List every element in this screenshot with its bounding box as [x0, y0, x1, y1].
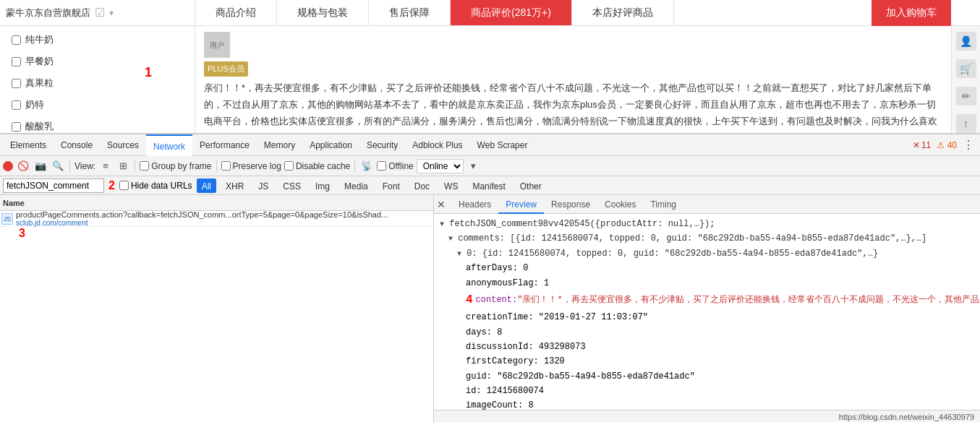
sidebar-item-pure-milk[interactable]: 纯牛奶	[0, 29, 195, 51]
warn-badge: ⚠ 40	[934, 140, 960, 150]
right-icon-2[interactable]: 🛒	[956, 59, 976, 78]
disable-cache-checkbox[interactable]	[284, 161, 294, 171]
devtools-tab-memory[interactable]: Memory	[257, 134, 302, 156]
filter-input[interactable]	[3, 178, 104, 193]
json-content-key: content:	[476, 293, 518, 307]
filter-tab-other[interactable]: Other	[515, 178, 547, 193]
status-bar: https://blog.csdn.net/weixin_44630979	[434, 410, 980, 422]
devtools-tab-application[interactable]: Application	[302, 134, 359, 156]
devtools-tab-network[interactable]: Network	[146, 134, 192, 156]
verified-icon: ☑	[95, 6, 105, 20]
devtools-tab-adblock[interactable]: Adblock Plus	[405, 134, 469, 156]
devtools-tab-webscraper[interactable]: Web Scraper	[470, 134, 535, 156]
right-icon-4[interactable]: ↑	[956, 114, 976, 133]
json-viewer: ▼ fetchJSON_comment98vv420545({productAt…	[434, 214, 980, 410]
preserve-log-checkbox[interactable]	[221, 161, 231, 171]
devtools-tab-performance[interactable]: Performance	[192, 134, 257, 156]
tab-aftersale[interactable]: 售后保障	[369, 0, 451, 25]
devtools-tab-elements[interactable]: Elements	[3, 134, 54, 156]
checkbox-suannai[interactable]	[12, 122, 21, 132]
network-list-panel: Name JS productPageComments.action?callb…	[0, 195, 434, 422]
sidebar-item-fruit-grain[interactable]: 真果粒	[0, 72, 195, 94]
json-content-value: "亲们！！*，再去买便宜很多，有不少津贴，买了之后评价还能换钱，经常省个百八十不…	[517, 293, 979, 307]
online-select[interactable]: Online	[417, 159, 464, 173]
close-detail-button[interactable]: ✕	[437, 199, 446, 210]
detail-tab-headers[interactable]: Headers	[451, 195, 498, 214]
row-filename: productPageComments.action?callback=fetc…	[16, 210, 388, 219]
checkbox-fruit-grain[interactable]	[12, 79, 21, 88]
settings-button[interactable]: ▾	[466, 159, 481, 173]
json-image-count: imageCount: 8	[440, 398, 974, 410]
record-button[interactable]	[3, 161, 13, 171]
devtools-tab-console[interactable]: Console	[54, 134, 100, 156]
json-anon-flag: anonymousFlag: 1	[440, 276, 974, 290]
filter-tab-ws[interactable]: WS	[439, 178, 463, 193]
list-view-button[interactable]: ≡	[98, 159, 113, 173]
network-row-0[interactable]: JS productPageComments.action?callback=f…	[0, 211, 433, 227]
checkbox-pure-milk[interactable]	[12, 35, 21, 45]
annotation-2: 2	[108, 179, 115, 192]
clear-button[interactable]: 🚫	[16, 159, 30, 173]
review-text: 亲们！！*，再去买便宜很多，有不少津贴，买了之后评价还能换钱，经常省个百八十不成…	[204, 79, 942, 133]
devtools-tab-sources[interactable]: Sources	[100, 134, 146, 156]
filter-button[interactable]: 📷	[33, 159, 48, 173]
group-by-frame-checkbox[interactable]	[140, 161, 149, 171]
comments-arrow[interactable]: ▼	[448, 235, 453, 243]
detail-tab-cookies[interactable]: Cookies	[597, 195, 643, 214]
hide-data-urls-checkbox[interactable]	[119, 181, 129, 190]
tab-reviews[interactable]: 商品评价(281万+)	[451, 0, 572, 25]
devtools-more-button[interactable]: ⋮	[960, 138, 977, 152]
disable-cache-label: Disable cache	[284, 161, 350, 171]
hide-data-urls-label: Hide data URLs	[119, 181, 192, 191]
plus-badge: PLUS会员	[204, 61, 248, 77]
checkbox-breakfast-milk[interactable]	[12, 57, 21, 66]
filter-tab-css[interactable]: CSS	[278, 178, 306, 193]
json-root-call: ▼ fetchJSON_comment98vv420545({productAt…	[440, 217, 974, 231]
filter-tab-img[interactable]: Img	[310, 178, 335, 193]
json-first-category: firstCategory: 1320	[440, 354, 974, 369]
detail-tab-timing[interactable]: Timing	[643, 195, 683, 214]
filter-tab-xhr[interactable]: XHR	[221, 178, 249, 193]
tab-specs[interactable]: 规格与包装	[277, 0, 369, 25]
group-by-frame-label: Group by frame	[140, 161, 211, 171]
json-content-line: 4 content: "亲们！！*，再去买便宜很多，有不少津贴，买了之后评价还能…	[440, 290, 974, 310]
filter-tab-font[interactable]: Font	[378, 178, 405, 193]
annotation-1: 1	[145, 65, 152, 80]
annotation-4: 4	[466, 290, 473, 310]
json-id: id: 12415680074	[440, 384, 974, 398]
item0-arrow[interactable]: ▼	[457, 250, 461, 258]
root-arrow[interactable]: ▼	[440, 220, 444, 228]
filter-tab-js[interactable]: JS	[253, 178, 273, 193]
main-content-area: 纯牛奶 早餐奶 真果粒 奶特 酸酸乳 1 用户 PLUS会员 亲们！！*，再去买…	[0, 26, 980, 133]
json-after-days: afterDays: 0	[440, 261, 974, 275]
detail-tab-response[interactable]: Response	[544, 195, 597, 214]
checkbox-nate[interactable]	[12, 100, 21, 110]
json-creation-time: creationTime: "2019-01-27 11:03:07"	[440, 310, 974, 324]
annotation-3: 3	[19, 227, 25, 240]
search-button[interactable]: 🔍	[51, 159, 65, 173]
dropdown-icon[interactable]: ▾	[109, 8, 114, 18]
review-content-area: 用户 PLUS会员 亲们！！*，再去买便宜很多，有不少津贴，买了之后评价还能换钱…	[195, 26, 951, 133]
filter-tab-media[interactable]: Media	[339, 178, 373, 193]
devtools-tab-security[interactable]: Security	[359, 134, 405, 156]
grid-view-button[interactable]: ⊞	[116, 159, 130, 173]
offline-button[interactable]: 📡	[359, 159, 374, 173]
tab-good-reviews[interactable]: 本店好评商品	[572, 0, 674, 25]
filter-tab-all[interactable]: All	[197, 178, 216, 193]
network-detail-panel: ✕ Headers Preview Response Cookies Timin…	[434, 195, 980, 422]
right-icon-3[interactable]: ✏	[956, 87, 976, 106]
offline-checkbox[interactable]	[377, 161, 386, 171]
divider-3	[216, 160, 217, 172]
preserve-log-label: Preserve log	[221, 161, 281, 171]
add-to-cart-button[interactable]: 加入购物车	[872, 0, 951, 26]
sidebar-item-breakfast-milk[interactable]: 早餐奶	[0, 51, 195, 72]
devtools-tabbar: Elements Console Sources Network Perform…	[0, 134, 980, 156]
filter-tab-manifest[interactable]: Manifest	[467, 178, 510, 193]
filter-tab-doc[interactable]: Doc	[409, 178, 435, 193]
sidebar-item-nate[interactable]: 奶特	[0, 94, 195, 116]
tab-product-intro[interactable]: 商品介绍	[195, 0, 277, 25]
devtools-filterbar: 2 Hide data URLs All XHR JS CSS Img Medi…	[0, 176, 980, 195]
detail-tab-preview[interactable]: Preview	[498, 195, 544, 214]
right-icon-1[interactable]: 👤	[956, 32, 976, 51]
view-label: View:	[74, 161, 95, 171]
